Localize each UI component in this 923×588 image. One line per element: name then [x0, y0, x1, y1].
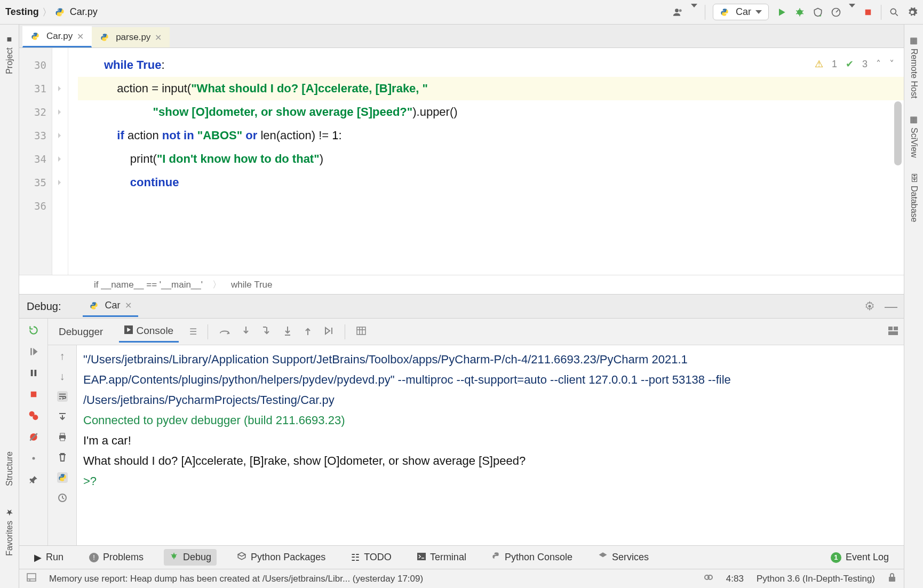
pass-count: 3	[862, 52, 868, 76]
problems-tool-button[interactable]: !Problems	[84, 550, 149, 565]
lock-icon[interactable]	[888, 573, 896, 585]
terminal-tool-button[interactable]: Terminal	[412, 550, 472, 565]
debug-tool-button[interactable]: Debug	[164, 549, 217, 566]
scrollbar[interactable]	[894, 101, 902, 165]
breadcrumb-project[interactable]: Testing	[5, 6, 39, 18]
editor-tabs: Car.py ✕ parse.py ✕	[19, 25, 904, 48]
step-over-icon[interactable]	[219, 326, 230, 338]
dropdown-icon[interactable]	[691, 7, 697, 17]
play-icon: ▶	[34, 552, 42, 563]
run-configuration-selector[interactable]: Car	[713, 4, 769, 20]
check-icon: ✔	[846, 52, 854, 76]
breadcrumb[interactable]: Testing 〉 Car.py	[5, 6, 98, 19]
chevron-down-icon[interactable]: ˅	[889, 52, 894, 76]
gear-icon[interactable]	[864, 301, 875, 312]
services-tool-button[interactable]: Services	[593, 549, 654, 566]
coverage-icon[interactable]	[813, 7, 823, 18]
python-file-icon	[89, 301, 99, 311]
warning-icon: ⚠	[815, 52, 823, 76]
console-subtab[interactable]: Console	[119, 321, 179, 343]
search-icon[interactable]	[889, 7, 900, 18]
pin-icon[interactable]	[28, 474, 39, 485]
debugger-subtab[interactable]: Debugger	[53, 322, 108, 342]
dropdown-icon[interactable]	[849, 7, 855, 17]
status-message[interactable]: Memory use report: Heap dump has been cr…	[49, 574, 423, 584]
inspection-widget[interactable]: ⚠1 ✔3 ˄ ˅	[815, 52, 894, 76]
print-icon[interactable]	[57, 432, 68, 442]
structure-tool-button[interactable]: Structure	[5, 451, 14, 486]
chevron-up-icon[interactable]: ˄	[876, 52, 881, 76]
terminal-icon	[417, 552, 426, 563]
minimize-icon[interactable]: —	[886, 301, 896, 312]
step-out-icon[interactable]	[303, 325, 313, 338]
python-console-tool-button[interactable]: Python Console	[487, 550, 578, 565]
packages-tool-button[interactable]: Python Packages	[232, 549, 331, 566]
console-run-icon	[124, 325, 133, 337]
editor-breadcrumb[interactable]: if __name__ == '__main__' 〉 while True	[19, 275, 904, 294]
settings-icon[interactable]	[28, 453, 39, 464]
event-log-tool-button[interactable]: 1Event Log	[825, 550, 894, 565]
breadcrumb-file[interactable]: Car.py	[70, 6, 98, 18]
step-into-icon[interactable]	[241, 325, 251, 338]
svg-point-8	[869, 305, 871, 308]
run-config-label: Car	[736, 6, 751, 18]
favorites-tool-button[interactable]: Favorites★	[4, 507, 14, 556]
svg-rect-9	[30, 348, 32, 355]
toolbar-right: Car	[673, 4, 918, 20]
user-icon[interactable]	[673, 7, 683, 18]
tool-windows-icon[interactable]	[27, 573, 36, 584]
threads-icon[interactable]: ☰	[189, 327, 197, 337]
scroll-to-end-icon[interactable]	[57, 411, 68, 422]
python-prompt-icon[interactable]	[57, 472, 68, 483]
profile-icon[interactable]	[831, 7, 841, 18]
separator	[881, 5, 881, 20]
view-breakpoints-icon[interactable]	[28, 410, 39, 421]
debug-icon[interactable]	[794, 7, 805, 18]
close-icon[interactable]: ✕	[125, 300, 132, 311]
down-icon[interactable]: ↓	[57, 371, 68, 382]
todo-tool-button[interactable]: ☷TODO	[346, 550, 397, 566]
database-tool-button[interactable]: 🗄Database	[909, 174, 919, 223]
folder-icon: ■	[5, 35, 14, 44]
debug-left-toolbar	[19, 319, 48, 545]
python-file-icon	[100, 33, 109, 42]
history-icon[interactable]	[57, 492, 68, 503]
warning-icon: !	[89, 553, 99, 562]
up-icon[interactable]: ↑	[57, 351, 68, 361]
remote-host-tool-button[interactable]: ▦Remote Host	[909, 35, 919, 98]
sciview-tool-button[interactable]: ▦SciView	[909, 114, 919, 158]
sync-icon[interactable]	[704, 573, 713, 585]
cursor-position[interactable]: 4:83	[726, 574, 744, 584]
resume-icon[interactable]	[28, 346, 39, 357]
crumb-item[interactable]: while True	[231, 280, 272, 290]
svg-rect-12	[30, 392, 36, 398]
console-output[interactable]: "/Users/jetbrains/Library/Application Su…	[77, 345, 904, 545]
project-tool-button[interactable]: Project■	[5, 35, 14, 74]
rerun-icon[interactable]	[28, 325, 39, 336]
pause-icon[interactable]	[28, 368, 39, 378]
run-icon[interactable]	[776, 7, 787, 18]
stop-icon[interactable]	[863, 7, 873, 18]
debug-session-tab[interactable]: Car ✕	[83, 296, 138, 317]
layout-icon[interactable]	[888, 326, 898, 338]
close-icon[interactable]: ✕	[77, 31, 84, 42]
step-into-my-code-icon[interactable]	[261, 325, 272, 338]
clear-icon[interactable]	[57, 452, 68, 463]
interpreter[interactable]: Python 3.6 (In-Depth-Testing)	[757, 574, 875, 584]
left-tool-gutter: Project■ Structure Favorites★	[0, 25, 19, 588]
soft-wrap-icon[interactable]	[57, 391, 68, 402]
close-icon[interactable]: ✕	[155, 33, 162, 43]
editor-tab-car[interactable]: Car.py ✕	[22, 26, 92, 47]
code-area[interactable]: ⚠1 ✔3 ˄ ˅ while True: action = input("Wh…	[68, 48, 904, 275]
mute-breakpoints-icon[interactable]	[28, 432, 39, 442]
gear-icon[interactable]	[907, 7, 918, 18]
run-tool-button[interactable]: ▶Run	[29, 550, 69, 566]
run-to-cursor-icon[interactable]	[323, 325, 334, 338]
editor-tab-parse[interactable]: parse.py ✕	[92, 27, 170, 47]
force-step-into-icon[interactable]	[283, 325, 292, 338]
crumb-item[interactable]: if __name__ == '__main__'	[94, 280, 203, 290]
evaluate-icon[interactable]	[356, 326, 367, 338]
console-left-toolbar: ↑ ↓	[48, 345, 77, 545]
code-editor[interactable]: 30313233343536 ⚠1 ✔3 ˄ ˅ while True: act…	[19, 48, 904, 275]
stop-icon[interactable]	[28, 389, 39, 400]
